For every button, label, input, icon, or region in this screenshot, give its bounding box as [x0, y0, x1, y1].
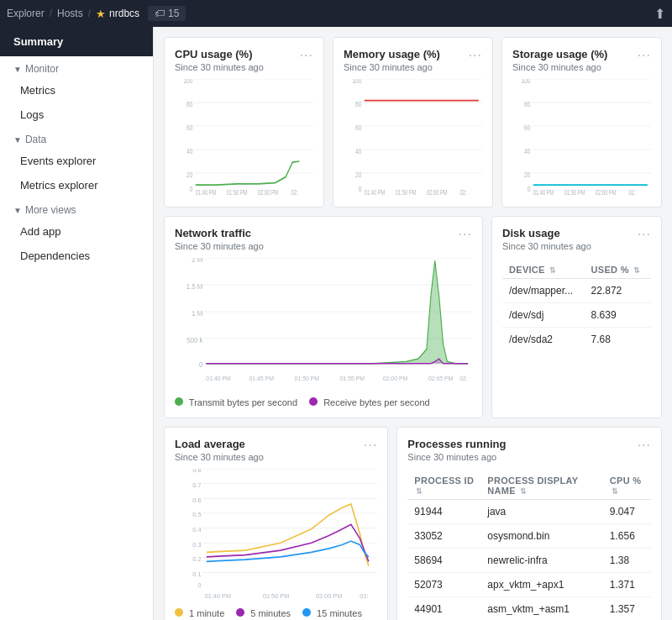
star-icon[interactable]: ★ — [96, 8, 106, 20]
chevron-more-icon: ▼ — [13, 206, 22, 215]
load-menu-icon[interactable]: ··· — [364, 438, 377, 453]
svg-text:80: 80 — [186, 100, 193, 108]
cpu-chart: 100 80 60 40 20 0 01:40 PM 01:50 PM 02:0… — [175, 79, 313, 197]
proc-name-header[interactable]: PROCESS DISPLAY NAME ⇅ — [480, 472, 603, 500]
memory-menu-icon[interactable]: ··· — [469, 48, 482, 63]
export-icon[interactable]: ⬆ — [654, 6, 665, 22]
sidebar-item-logs[interactable]: Logs — [0, 102, 153, 127]
process-table-row: 44901 asm_vktm_+asm1 1.357 — [407, 597, 651, 621]
sidebar-group-data[interactable]: ▼ Data — [0, 127, 153, 149]
proc-pid-cell: 33052 — [407, 524, 480, 549]
load-legend: 1 minute 5 minutes 15 minutes — [175, 608, 377, 618]
svg-text:0.1: 0.1 — [192, 570, 201, 578]
network-menu-icon[interactable]: ··· — [459, 227, 472, 242]
transmit-dot — [175, 397, 183, 406]
processes-menu-icon[interactable]: ··· — [638, 438, 651, 453]
proc-pid-sort-icon: ⇅ — [416, 487, 423, 496]
proc-cpu-header[interactable]: CPU % ⇅ — [603, 472, 651, 500]
sidebar-group-more-views[interactable]: ▼ More views — [0, 197, 153, 219]
sidebar-item-events-explorer[interactable]: Events explorer — [0, 149, 153, 173]
cpu-menu-icon[interactable]: ··· — [300, 48, 313, 63]
proc-pid-header[interactable]: PROCESS ID ⇅ — [407, 472, 480, 500]
process-table-row: 52073 apx_vktm_+apx1 1.371 — [407, 573, 651, 597]
load-1min-legend: 1 minute — [175, 608, 224, 618]
proc-cpu-cell: 9.047 — [603, 500, 651, 524]
svg-text:02:00 PM: 02:00 PM — [258, 189, 279, 196]
load-1min-dot — [175, 608, 183, 617]
disk-used-cell: 7.68 — [585, 328, 651, 352]
svg-text:60: 60 — [524, 123, 531, 132]
svg-text:02:: 02: — [629, 189, 636, 196]
load-title: Load average — [175, 438, 264, 450]
sidebar-item-dependencies[interactable]: Dependencies — [0, 244, 153, 268]
storage-card: Storage usage (%) Since 30 minutes ago ·… — [501, 37, 662, 208]
svg-text:1 M: 1 M — [192, 308, 202, 318]
proc-pid-cell: 91944 — [407, 500, 480, 524]
svg-text:20: 20 — [355, 171, 362, 179]
svg-text:0: 0 — [528, 185, 531, 193]
svg-text:0: 0 — [359, 185, 362, 193]
disk-device-cell: /dev/mapper... — [502, 279, 585, 303]
sidebar-item-metrics-explorer[interactable]: Metrics explorer — [0, 173, 153, 197]
svg-text:02:: 02: — [460, 189, 467, 196]
storage-menu-icon[interactable]: ··· — [638, 48, 651, 63]
svg-text:0: 0 — [199, 360, 203, 370]
svg-text:40: 40 — [524, 147, 531, 155]
disk-used-sort-icon: ⇅ — [633, 266, 640, 275]
disk-used-cell: 8.639 — [585, 303, 651, 328]
sidebar-group-monitor[interactable]: ▼ Monitor — [0, 56, 153, 78]
network-chart: 2 M 1.5 M 1 M 500 k 0 01:40 PM 01:45 PM … — [175, 258, 472, 392]
svg-text:0.5: 0.5 — [192, 511, 201, 518]
chevron-monitor-icon: ▼ — [13, 65, 22, 74]
svg-text:01:40 PM: 01:40 PM — [533, 189, 554, 196]
svg-text:02:00 PM: 02:00 PM — [596, 189, 617, 196]
disk-card: Disk usage Since 30 minutes ago ··· DEVI… — [491, 216, 662, 418]
hosts-link[interactable]: Hosts — [57, 8, 83, 19]
entity-name: nrdbcs — [109, 8, 139, 19]
proc-name-cell: apx_vktm_+apx1 — [480, 573, 603, 597]
svg-text:40: 40 — [355, 147, 362, 155]
proc-cpu-cell: 1.656 — [603, 524, 651, 549]
memory-chart-svg: 100 80 60 40 20 0 01:40 PM 01:50 PM 02:0… — [344, 79, 482, 197]
sidebar-item-summary[interactable]: Summary — [0, 27, 153, 56]
svg-text:0.8: 0.8 — [192, 469, 201, 474]
svg-text:100: 100 — [183, 79, 192, 85]
processes-table: PROCESS ID ⇅ PROCESS DISPLAY NAME ⇅ CPU … — [407, 472, 651, 620]
sidebar-item-add-app[interactable]: Add app — [0, 219, 153, 244]
sidebar-item-metrics[interactable]: Metrics — [0, 78, 153, 102]
disk-table-row: /dev/mapper... 22.872 — [502, 279, 651, 303]
disk-subtitle: Since 30 minutes ago — [502, 241, 591, 251]
svg-text:20: 20 — [186, 171, 193, 179]
disk-menu-icon[interactable]: ··· — [638, 227, 651, 242]
processes-subtitle: Since 30 minutes ago — [407, 452, 506, 462]
receive-dot — [309, 397, 318, 406]
processes-title: Processes running — [407, 438, 506, 450]
svg-text:01:40 PM: 01:40 PM — [206, 375, 230, 383]
svg-text:02:: 02: — [459, 375, 468, 383]
memory-title: Memory usage (%) — [344, 48, 440, 60]
svg-marker-62 — [206, 260, 468, 363]
receive-legend-item: Receive bytes per second — [309, 397, 430, 407]
load-15min-dot — [302, 608, 311, 617]
disk-device-cell: /dev/sda2 — [502, 328, 585, 352]
svg-text:01:40 PM: 01:40 PM — [205, 592, 231, 600]
network-title: Network traffic — [175, 227, 264, 239]
disk-device-col-header[interactable]: DEVICE ⇅ — [502, 261, 585, 279]
tag-badge[interactable]: 🏷 15 — [148, 6, 186, 21]
disk-used-col-header[interactable]: USED % ⇅ — [585, 261, 651, 279]
disk-device-cell: /dev/sdj — [502, 303, 585, 328]
disk-table-row: /dev/sda2 7.68 — [502, 328, 651, 352]
disk-device-sort-icon: ⇅ — [549, 266, 556, 275]
chevron-data-icon: ▼ — [13, 135, 22, 144]
storage-chart: 100 80 60 40 20 0 01:40 PM 01:50 PM 02:0… — [512, 79, 651, 197]
svg-text:0.7: 0.7 — [192, 481, 201, 489]
disk-used-cell: 22.872 — [585, 279, 651, 303]
svg-text:0.3: 0.3 — [192, 541, 201, 549]
network-legend: Transmit bytes per second Receive bytes … — [175, 397, 472, 407]
svg-text:100: 100 — [521, 79, 530, 85]
topbar: Explorer / Hosts / ★ nrdbcs 🏷 15 ⬆ — [0, 0, 672, 27]
explorer-link[interactable]: Explorer — [7, 8, 45, 19]
svg-text:0.4: 0.4 — [192, 526, 201, 533]
svg-text:02:: 02: — [291, 189, 298, 196]
svg-text:01:50 PM: 01:50 PM — [263, 592, 289, 600]
